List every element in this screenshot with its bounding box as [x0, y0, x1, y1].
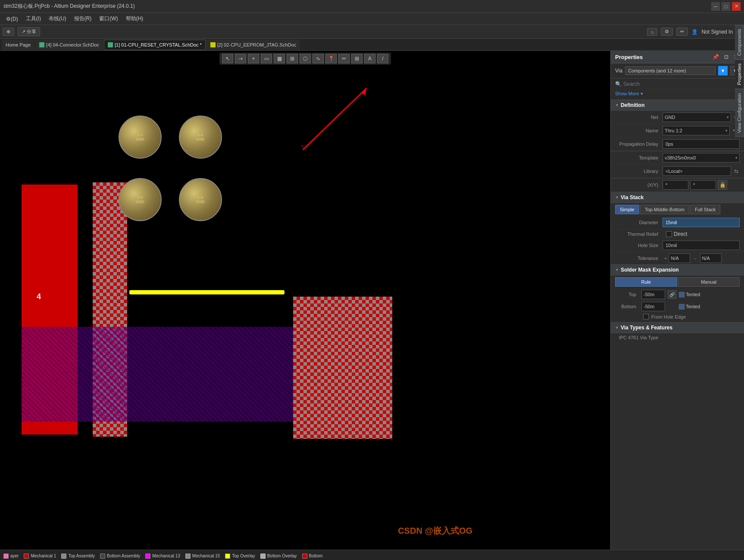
rtab-components[interactable]: Components — [735, 25, 744, 59]
settings-btn[interactable]: ⚙ — [661, 28, 673, 36]
rtab-view-config[interactable]: View Configuration — [735, 89, 744, 137]
bottom-mask-label: Bottom — [615, 304, 639, 309]
y-input[interactable] — [690, 180, 716, 190]
right-side-tabs: Components Properties View Configuration — [735, 25, 744, 137]
maximize-btn[interactable]: □ — [722, 2, 730, 11]
line-btn[interactable]: / — [377, 54, 388, 63]
mech15-label: Mechanical 15 — [192, 554, 220, 558]
arc-btn[interactable]: ∿ — [313, 54, 324, 63]
search-input[interactable] — [623, 81, 740, 87]
tab-connector-label: [4] 04-Connector.SchDoc — [46, 42, 99, 47]
text-btn[interactable]: A — [364, 54, 375, 63]
via-2[interactable]: 1-2 GND — [179, 116, 222, 159]
poly-btn[interactable]: ⬡ — [300, 54, 311, 63]
mech1-label: Mechanical 1 — [31, 554, 56, 558]
top-toolbar: ⊕ ↗ 分享 ⌂ ⚙ ✏ 👤 Not Signed In ▼ — [0, 25, 744, 39]
menu-window[interactable]: 窗口(W) — [96, 14, 121, 24]
name-dropdown[interactable]: Thru 1:2 ▾ — [663, 126, 730, 135]
share-btn[interactable]: ↗ 分享 — [18, 27, 40, 36]
components-dropdown[interactable]: Components (and 12 more) — [625, 66, 716, 75]
botoverlay-dot — [260, 554, 266, 559]
close-btn[interactable]: ✕ — [732, 2, 741, 11]
home-btn[interactable]: ⌂ — [647, 28, 658, 36]
bottom-mask-input[interactable] — [641, 302, 665, 311]
menu-d[interactable]: ⚙(D) — [3, 15, 22, 23]
xy-lock-btn[interactable]: 🔒 — [718, 180, 727, 190]
net-row: Net GND ▾ ✏ — [611, 111, 744, 124]
properties-scroll[interactable]: ▼ Definition Net GND ▾ ✏ Name — [611, 100, 744, 550]
user-label: Not Signed In — [701, 29, 733, 35]
dim-btn[interactable]: ⊞ — [351, 54, 363, 63]
via-1-label2: GND — [136, 137, 144, 141]
net-dropdown[interactable]: GND ▾ — [663, 113, 731, 122]
panel-pin-btn[interactable]: 📌 — [711, 53, 721, 60]
select-tool-btn[interactable]: ↖ — [222, 54, 233, 63]
cut-btn[interactable]: ✂ — [338, 54, 350, 63]
edit-btn[interactable]: ✏ — [676, 28, 688, 36]
botassm-label: Bottom Assembly — [107, 554, 140, 558]
via-1[interactable]: 1-2 GND — [119, 116, 162, 159]
x-input[interactable] — [663, 180, 688, 190]
layer-dot — [3, 554, 9, 559]
template-dropdown[interactable]: v38h25m0mx0 ▾ — [663, 153, 740, 163]
xy-row: (X/Y) 🔒 — [611, 178, 744, 192]
tab-connector[interactable]: [4] 04-Connector.SchDoc — [35, 40, 103, 50]
minimize-btn[interactable]: ─ — [711, 2, 720, 11]
via-4[interactable]: 1-2 GND — [179, 178, 222, 221]
solder-mask-title: Solder Mask Expansion — [621, 267, 679, 273]
menu-tools[interactable]: 工具(I) — [22, 14, 44, 24]
tab-cpu-reset[interactable]: [1] 01-CPU_RESET_CRYSTAL.SchDoc * — [104, 40, 206, 50]
panel-undock-btn[interactable]: ⊡ — [722, 53, 730, 60]
tol-minus-input[interactable] — [700, 253, 722, 263]
top-mask-label: Top — [615, 292, 639, 297]
rtab-properties[interactable]: Properties — [735, 59, 744, 89]
full-stack-btn[interactable]: Full Stack — [690, 205, 720, 214]
tab-cpu-eeprom[interactable]: [2] 02-CPU_EEPROM_JTAG.SchDoc — [206, 40, 300, 50]
top-mask-input[interactable] — [641, 290, 665, 299]
section-via-types[interactable]: ▼ Via Types & Features — [611, 322, 744, 333]
rect-select-btn[interactable]: ▭ — [261, 54, 272, 63]
section-solder-mask[interactable]: ▼ Solder Mask Expansion — [611, 264, 744, 275]
library-link-btn[interactable]: ⇆ — [733, 168, 740, 175]
propagation-value-container — [663, 139, 740, 149]
section-definition[interactable]: ▼ Definition — [611, 100, 744, 111]
tab-home[interactable]: Home Page — [2, 40, 34, 50]
section-via-stack[interactable]: ▼ Via Stack — [611, 192, 744, 203]
chart-btn[interactable]: ▦ — [274, 54, 285, 63]
status-bottom-assembly: Bottom Assembly — [100, 554, 140, 559]
menu-help[interactable]: 帮助(H) — [122, 14, 147, 24]
via-3-label1: 1-2 — [137, 195, 143, 200]
top-middle-bottom-btn[interactable]: Top-Middle-Bottom — [640, 205, 689, 214]
pcb-canvas[interactable]: ↖ ⇢ + ▭ ▦ ⊞ ⬡ ∿ 📍 ✂ ⊞ A / 4 GND C — [0, 51, 610, 550]
manual-btn[interactable]: Manual — [678, 277, 740, 287]
status-mechanical15: Mechanical 15 — [185, 554, 220, 559]
add-icon: ⊕ — [6, 29, 10, 34]
pin-btn[interactable]: 📍 — [325, 54, 337, 63]
plus-tool-btn[interactable]: + — [248, 54, 259, 63]
menu-route[interactable]: 布线(U) — [45, 14, 70, 24]
via-types-triangle: ▼ — [615, 325, 619, 330]
propagation-input[interactable] — [663, 139, 740, 149]
via-3[interactable]: 1-2 GND — [119, 178, 162, 221]
definition-title: Definition — [621, 102, 644, 108]
component-btn[interactable]: ⊞ — [287, 54, 298, 63]
filter-btn[interactable]: ▼ — [718, 66, 728, 75]
tab-cpu-reset-label: [1] 01-CPU_RESET_CRYSTAL.SchDoc * — [115, 42, 202, 47]
tol-plus-input[interactable] — [669, 253, 690, 263]
from-hole-edge-checkbox[interactable] — [643, 314, 649, 319]
rule-btn[interactable]: Rule — [615, 277, 677, 287]
top-tented-label: Tented — [686, 292, 700, 297]
thermal-checkbox[interactable] — [666, 231, 672, 237]
show-more-btn[interactable]: Show More ▾ — [611, 90, 744, 100]
mask-link-btn[interactable]: 🔗 — [668, 290, 676, 299]
hole-size-input[interactable] — [663, 241, 740, 250]
top-tented-checkbox[interactable] — [679, 292, 685, 297]
bottom-tented-checkbox[interactable] — [679, 304, 685, 310]
library-input[interactable] — [663, 166, 731, 176]
menu-report[interactable]: 报告(R) — [71, 14, 95, 24]
route-tool-btn[interactable]: ⇢ — [235, 54, 246, 63]
via-selector-row: Via Components (and 12 more) ▼ ▾ — [611, 63, 744, 78]
simple-btn[interactable]: Simple — [615, 205, 639, 214]
add-component-btn[interactable]: ⊕ — [3, 28, 14, 36]
diameter-input[interactable] — [663, 218, 740, 227]
